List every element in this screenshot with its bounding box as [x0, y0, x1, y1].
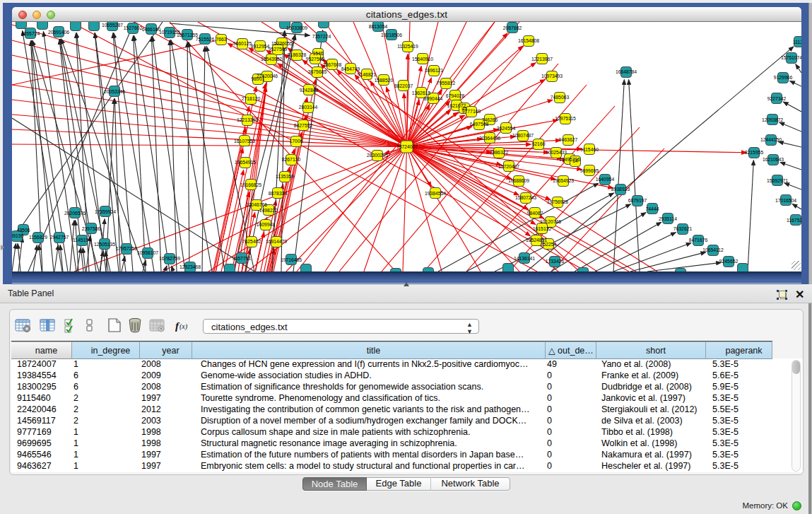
svg-text:98901: 98901 — [252, 76, 265, 81]
svg-text:19756928: 19756928 — [547, 199, 568, 204]
svg-text:16543982: 16543982 — [261, 57, 282, 62]
svg-text:1167533: 1167533 — [787, 218, 801, 223]
svg-text:7986322: 7986322 — [490, 150, 509, 155]
svg-text:20691406: 20691406 — [48, 30, 69, 35]
svg-text:16107553: 16107553 — [234, 139, 255, 144]
svg-text:2087682: 2087682 — [503, 25, 522, 30]
svg-text:11325419: 11325419 — [397, 44, 418, 49]
svg-text:64: 64 — [572, 158, 578, 163]
svg-text:10654112: 10654112 — [702, 247, 724, 252]
svg-text:9129966: 9129966 — [774, 75, 793, 80]
svg-text:6497568: 6497568 — [470, 122, 489, 127]
svg-text:4055724: 4055724 — [21, 31, 40, 36]
svg-text:16782759: 16782759 — [159, 256, 180, 261]
svg-text:17359924: 17359924 — [95, 209, 116, 214]
svg-text:11120: 11120 — [793, 40, 801, 45]
svg-text:74444: 74444 — [646, 206, 659, 211]
svg-text:12213369: 12213369 — [237, 117, 258, 122]
svg-text:8912954: 8912954 — [251, 44, 270, 49]
svg-text:1362615: 1362615 — [412, 90, 431, 95]
svg-text:8938923: 8938923 — [611, 187, 630, 192]
svg-text:15692971: 15692971 — [767, 178, 788, 183]
svg-text:7515526: 7515526 — [196, 37, 215, 42]
svg-text:9227342: 9227342 — [767, 96, 787, 101]
svg-text:9699695: 9699695 — [580, 168, 599, 173]
svg-text:3675685: 3675685 — [308, 69, 327, 74]
svg-text:1733426: 1733426 — [546, 259, 565, 264]
svg-text:8427552: 8427552 — [294, 123, 313, 128]
svg-text:3624554: 3624554 — [497, 126, 516, 131]
svg-text:9463627: 9463627 — [559, 137, 578, 142]
svg-text:9115460: 9115460 — [580, 147, 599, 152]
svg-text:1145194: 1145194 — [73, 238, 91, 243]
svg-text:9146821: 9146821 — [358, 72, 377, 77]
svg-text:12093872: 12093872 — [762, 117, 783, 122]
svg-text:16671355: 16671355 — [177, 33, 198, 37]
svg-text:1640954: 1640954 — [596, 177, 615, 182]
svg-text:20053346: 20053346 — [104, 89, 125, 94]
svg-text:252254: 252254 — [541, 242, 557, 247]
svg-text:6879197: 6879197 — [628, 198, 647, 203]
svg-text:8454749: 8454749 — [341, 66, 360, 71]
svg-text:12213967: 12213967 — [531, 57, 553, 62]
svg-text:17006: 17006 — [290, 139, 303, 144]
svg-text:8822037: 8822037 — [394, 83, 413, 88]
svg-text:2935114: 2935114 — [659, 216, 677, 221]
svg-text:10807487: 10807487 — [512, 133, 534, 138]
svg-text:7663: 7663 — [216, 37, 226, 42]
svg-text:1546: 1546 — [312, 51, 323, 56]
svg-text:1498222: 1498222 — [259, 208, 278, 213]
svg-text:15751074: 15751074 — [781, 55, 801, 60]
svg-text:15807243: 15807243 — [515, 195, 536, 200]
svg-text:7625402: 7625402 — [242, 239, 261, 244]
svg-text:39159: 39159 — [12, 233, 24, 238]
svg-text:19716485: 19716485 — [281, 257, 302, 262]
svg-text:16154808: 16154808 — [518, 38, 539, 43]
svg-text:1696121: 1696121 — [425, 68, 444, 73]
svg-text:8186328: 8186328 — [288, 52, 307, 57]
svg-text:8215955: 8215955 — [745, 150, 764, 155]
svg-text:9777169: 9777169 — [462, 109, 481, 114]
svg-text:984067: 984067 — [527, 211, 543, 216]
svg-text:8267130: 8267130 — [282, 157, 301, 162]
svg-text:9660125: 9660125 — [233, 41, 252, 46]
svg-text:19384554: 19384554 — [425, 191, 446, 196]
svg-text:2803144: 2803144 — [299, 105, 318, 110]
svg-text:17957255: 17957255 — [116, 246, 137, 251]
svg-text:17016504: 17016504 — [775, 198, 796, 203]
svg-text:9527508: 9527508 — [306, 57, 325, 62]
svg-text:16033809: 16033809 — [286, 25, 307, 30]
svg-text:8471676: 8471676 — [689, 238, 708, 243]
svg-text:12505135: 12505135 — [94, 242, 115, 247]
svg-text:10120746: 10120746 — [540, 219, 561, 224]
svg-text:1609948: 1609948 — [257, 222, 276, 227]
svg-text:19218506: 19218506 — [381, 33, 402, 37]
svg-text:7955812: 7955812 — [437, 81, 456, 86]
svg-text:7485063: 7485063 — [551, 95, 570, 100]
svg-text:19654915: 19654915 — [235, 160, 256, 165]
svg-text:6466160: 6466160 — [142, 27, 161, 32]
svg-text:8813054: 8813054 — [369, 24, 388, 29]
svg-text:2867608: 2867608 — [323, 62, 342, 67]
svg-text:16210643: 16210643 — [763, 157, 784, 162]
svg-text:8878334: 8878334 — [269, 191, 288, 196]
svg-text:1615132: 1615132 — [533, 226, 552, 231]
svg-text:20206576: 20206576 — [64, 211, 86, 216]
svg-text:19654923: 19654923 — [553, 178, 574, 183]
svg-text:7357224: 7357224 — [312, 34, 331, 39]
svg-text:8990444: 8990444 — [424, 96, 443, 101]
svg-text:(x): (x) — [180, 322, 188, 331]
svg-text:12444150: 12444150 — [760, 137, 782, 142]
svg-text:10688609: 10688609 — [508, 178, 529, 183]
svg-text:9657791: 9657791 — [233, 256, 252, 261]
svg-text:43506: 43506 — [17, 228, 30, 233]
svg-text:62160: 62160 — [532, 141, 546, 146]
svg-text:1588520: 1588520 — [375, 78, 394, 83]
svg-text:1527602: 1527602 — [124, 25, 143, 30]
svg-text:19166825: 19166825 — [240, 182, 261, 187]
svg-text:12923468: 12923468 — [180, 264, 201, 269]
svg-text:15720407: 15720407 — [498, 164, 519, 169]
svg-text:15226055: 15226055 — [271, 41, 293, 46]
svg-text:9245652: 9245652 — [719, 259, 739, 264]
svg-text:9242848: 9242848 — [300, 88, 319, 93]
